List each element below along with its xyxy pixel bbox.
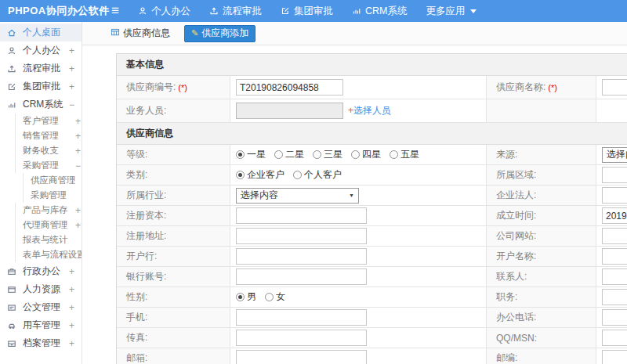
- sidebar-item-customer-mgmt[interactable]: 客户管理+: [15, 114, 82, 128]
- expand-plus-icon[interactable]: +: [69, 81, 75, 92]
- sidebar-item-form-workflow-settings[interactable]: 表单与流程设置+: [15, 247, 82, 262]
- email-field-cell: [230, 348, 487, 364]
- topnav-personal-office[interactable]: 个人办公: [138, 5, 190, 18]
- collapse-minus-icon[interactable]: −: [75, 160, 82, 171]
- mobile-input[interactable]: [236, 309, 367, 326]
- required-marker: (*): [548, 83, 557, 92]
- qq-msn-label: QQ/MSN:: [487, 328, 596, 348]
- label-text: 开户名称:: [496, 250, 536, 263]
- sidebar-item-purchase-mgmt-sub[interactable]: 采购管理: [23, 188, 82, 203]
- upload-icon: [7, 64, 19, 74]
- sidebar-item-human-resources[interactable]: 人力资源+: [0, 280, 82, 298]
- sidebar-item-archive-mgmt[interactable]: 档案管理+: [0, 334, 82, 352]
- expand-plus-icon[interactable]: +: [69, 320, 75, 331]
- gender-field-cell: 男女: [230, 287, 487, 307]
- bank-field-cell: [230, 247, 487, 266]
- company-website-input[interactable]: [602, 228, 627, 244]
- radio-icon: [351, 150, 360, 159]
- position-input[interactable]: [602, 289, 627, 305]
- region-label: 所属区域:: [487, 165, 596, 185]
- sidebar-item-reports-statistics[interactable]: 报表与统计: [15, 232, 82, 247]
- empty-label: [487, 99, 596, 122]
- supplier-code-input[interactable]: [236, 79, 343, 96]
- topnav-group-approval[interactable]: 集团审批: [281, 5, 333, 18]
- category-radio-0[interactable]: 企业客户: [236, 168, 285, 182]
- expand-plus-icon[interactable]: +: [69, 63, 75, 74]
- account-name-field-cell: [596, 247, 627, 266]
- expand-plus-icon[interactable]: +: [75, 131, 82, 142]
- founding-date-input[interactable]: [602, 207, 627, 224]
- tab-supplier-add-tab[interactable]: ✎供应商添加: [184, 25, 256, 42]
- expand-plus-icon[interactable]: +: [69, 45, 75, 56]
- office-phone-input[interactable]: [602, 309, 627, 326]
- level-label: 等级:: [117, 145, 230, 164]
- postcode-input[interactable]: [602, 350, 627, 364]
- plus-icon: +: [348, 105, 353, 116]
- region-input[interactable]: [602, 167, 627, 183]
- level-radio-3[interactable]: 四星: [351, 148, 381, 161]
- topnav-crm-system[interactable]: CRM系统: [352, 5, 407, 18]
- sidebar-item-supplier-mgmt[interactable]: 供应商管理: [23, 173, 82, 188]
- industry-select[interactable]: 选择内容▼: [236, 188, 359, 204]
- fax-input[interactable]: [236, 330, 367, 346]
- sidebar-item-agent-mgmt[interactable]: 代理商管理+: [15, 218, 82, 232]
- expand-plus-icon[interactable]: +: [69, 338, 75, 349]
- radio-icon: [313, 150, 321, 159]
- collapse-minus-icon[interactable]: −: [69, 99, 75, 110]
- level-radio-1[interactable]: 二星: [274, 148, 304, 161]
- business-person-input[interactable]: [236, 103, 343, 119]
- sidebar-item-sales-mgmt[interactable]: 销售管理+: [15, 128, 82, 143]
- expand-plus-icon[interactable]: +: [69, 284, 75, 295]
- sidebar-item-crm-system[interactable]: CRM系统−: [0, 96, 82, 114]
- expand-plus-icon[interactable]: +: [75, 146, 82, 157]
- expand-plus-icon[interactable]: +: [69, 302, 75, 313]
- qq-msn-input[interactable]: [602, 330, 627, 346]
- sidebar-item-personal-desktop[interactable]: 个人桌面: [0, 23, 82, 41]
- form-row: 类别:企业客户个人客户所属区域:: [117, 165, 627, 186]
- gender-radio-1[interactable]: 女: [265, 290, 285, 304]
- sidebar-item-label: 采购管理: [31, 189, 67, 201]
- registered-address-input[interactable]: [236, 228, 367, 244]
- radio-icon: [390, 150, 398, 159]
- level-radio-0[interactable]: 一星: [236, 148, 266, 161]
- expand-plus-icon[interactable]: +: [69, 266, 75, 277]
- sidebar-item-document-mgmt[interactable]: 公文管理+: [0, 298, 82, 316]
- expand-plus-icon[interactable]: +: [75, 116, 82, 127]
- topnav-more-apps[interactable]: 更多应用: [426, 5, 477, 18]
- sidebar-item-label: 采购管理: [23, 160, 59, 171]
- label-text: 企业法人:: [496, 189, 536, 202]
- mobile-label: 手机:: [117, 308, 230, 327]
- car-icon: [7, 321, 19, 330]
- sidebar-item-admin-office[interactable]: 行政办公+: [0, 262, 82, 280]
- sidebar-item-group-approval[interactable]: 集团审批+: [0, 77, 82, 96]
- expand-plus-icon[interactable]: +: [75, 220, 82, 231]
- sidebar-item-vehicle-mgmt[interactable]: 用车管理+: [0, 316, 82, 334]
- select-person-link[interactable]: +选择人员: [348, 104, 391, 117]
- level-radio-2[interactable]: 三星: [313, 148, 342, 161]
- category-radio-1[interactable]: 个人客户: [293, 168, 342, 182]
- bank-account-input[interactable]: [236, 268, 367, 285]
- sidebar-item-finance-mgmt[interactable]: 财务收支+: [15, 143, 82, 158]
- bank-input[interactable]: [236, 248, 367, 265]
- account-name-input[interactable]: [602, 248, 627, 265]
- gender-radio-0[interactable]: 男: [236, 290, 256, 304]
- email-input[interactable]: [236, 350, 367, 364]
- level-radio-4[interactable]: 五星: [390, 148, 419, 161]
- supplier-name-input[interactable]: [602, 79, 627, 96]
- sidebar-item-label: CRM系统: [23, 98, 63, 111]
- sidebar-item-personal-office[interactable]: 个人办公+: [0, 41, 82, 59]
- sidebar-item-purchase-mgmt[interactable]: 采购管理−: [15, 158, 82, 173]
- label-text: 邮编:: [496, 351, 517, 364]
- sidebar-item-product-inventory[interactable]: 产品与库存+: [15, 203, 82, 218]
- contact-input[interactable]: [602, 268, 627, 285]
- hamburger-menu-icon[interactable]: ≡: [111, 0, 119, 22]
- sidebar-item-label: 个人办公: [23, 44, 60, 57]
- category-label: 类别:: [117, 165, 230, 185]
- sidebar-item-workflow-approval[interactable]: 流程审批+: [0, 59, 82, 77]
- expand-plus-icon[interactable]: +: [75, 205, 82, 216]
- topnav-workflow-approval[interactable]: 流程审批: [209, 5, 262, 18]
- legal-person-input[interactable]: [602, 187, 627, 204]
- source-select[interactable]: 选择内容▼: [602, 147, 627, 163]
- tab-supplier-info-tab[interactable]: 供应商信息: [103, 25, 177, 42]
- registered-capital-input[interactable]: [236, 207, 367, 224]
